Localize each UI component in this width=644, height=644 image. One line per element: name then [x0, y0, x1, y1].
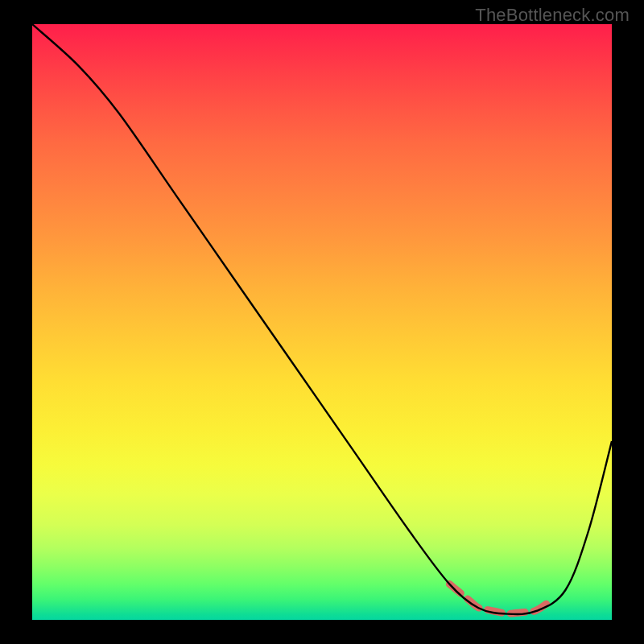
chart-plot-area: [32, 24, 612, 620]
watermark-text: TheBottleneck.com: [475, 5, 630, 26]
chart-background-gradient: [32, 24, 612, 620]
